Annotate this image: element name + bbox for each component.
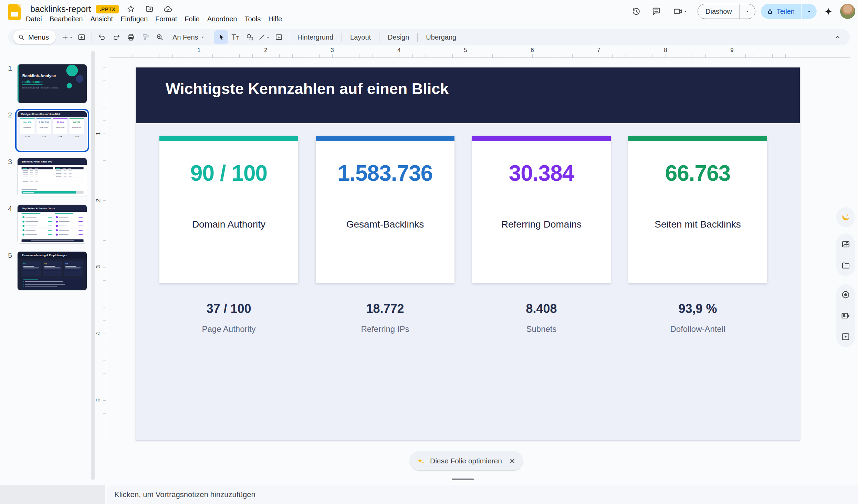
- ruler-label: 4: [394, 47, 404, 54]
- collapse-toolbar-button[interactable]: [830, 30, 845, 44]
- share-button[interactable]: Teilen: [761, 4, 801, 19]
- transition-button[interactable]: Übergang: [420, 30, 462, 44]
- kpi-card-domain-authority[interactable]: 90 / 100 Domain Authority: [159, 136, 298, 283]
- slideshow-options-button[interactable]: [740, 4, 755, 19]
- shape-tool-button[interactable]: [243, 30, 257, 44]
- secondary-metric-subnets[interactable]: 8.408 Subnets: [472, 302, 611, 334]
- redo-button[interactable]: [109, 30, 124, 44]
- pptx-badge: .PPTX: [96, 5, 119, 13]
- print-button[interactable]: [124, 30, 138, 44]
- kpi-value[interactable]: 30.384: [472, 160, 611, 186]
- slide-thumbnail-1[interactable]: Backlink-Analyse notion.com Erstellt am …: [17, 64, 87, 103]
- menus-search-button[interactable]: Menüs: [13, 30, 56, 44]
- paint-format-button[interactable]: [138, 30, 153, 44]
- menu-format[interactable]: Format: [151, 14, 181, 24]
- kpi-card-gesamt-backlinks[interactable]: 1.583.736 Gesamt-Backlinks: [316, 136, 454, 283]
- slide-thumbnail-3[interactable]: Backlink-Profil nach Typ: [17, 158, 87, 197]
- move-folder-button[interactable]: [143, 2, 156, 16]
- vertical-ruler: [103, 67, 106, 440]
- toolbar-divider: [417, 33, 418, 42]
- slide-number: 5: [5, 251, 15, 260]
- kpi-label[interactable]: Gesamt-Backlinks: [316, 219, 454, 230]
- record-icon: [841, 290, 850, 300]
- slide-thumbnail-5[interactable]: Zusammenfassung & Empfehlungen 01 02 03: [17, 251, 87, 291]
- slide-thumbnail-4[interactable]: Top-Seiten & Anchor-Texte: [17, 204, 87, 244]
- star-button[interactable]: [124, 2, 138, 16]
- zoom-fit-label: An Fens: [172, 33, 198, 41]
- select-tool-button[interactable]: [214, 30, 228, 44]
- logo-bar: [11, 12, 18, 17]
- kpi-card-referring-domains[interactable]: 30.384 Referring Domains: [472, 136, 611, 283]
- camera-recording-button[interactable]: [838, 308, 853, 323]
- slide-title[interactable]: Wichtigste Kennzahlen auf einen Blick: [166, 80, 449, 98]
- titlebar: backlinks-report .PPTX Datei Bearbeiten …: [0, 0, 858, 29]
- menu-tools[interactable]: Tools: [241, 14, 264, 24]
- slides-logo[interactable]: [8, 4, 21, 20]
- kpi-value[interactable]: 90 / 100: [159, 160, 298, 186]
- slide-canvas[interactable]: Wichtigste Kennzahlen auf einen Blick 90…: [136, 67, 800, 441]
- kpi-card-seiten-mit-backlinks[interactable]: 66.763 Seiten mit Backlinks: [628, 136, 767, 283]
- folder-button[interactable]: [838, 258, 853, 273]
- folder-move-icon: [145, 5, 154, 13]
- slide-title-bar[interactable]: Wichtigste Kennzahlen auf einen Blick: [136, 67, 800, 123]
- slide-thumbnail-2-selected[interactable]: Wichtigste Kennzahlen auf einen Blick 90…: [17, 111, 87, 150]
- speaker-notes[interactable]: Klicken, um Vortragsnotizen hinzuzufügen: [107, 485, 858, 504]
- close-icon[interactable]: [509, 458, 516, 464]
- avatar[interactable]: [840, 4, 855, 19]
- add-button[interactable]: [60, 30, 74, 44]
- slideshow-split-button: Diashow: [698, 4, 755, 19]
- menu-bearbeiten[interactable]: Bearbeiten: [46, 14, 87, 24]
- rail-group-record: [836, 284, 855, 347]
- thumb-title: Top-Seiten & Anchor-Texte: [22, 207, 55, 210]
- layout-button[interactable]: Layout: [345, 30, 376, 44]
- comments-button[interactable]: [649, 4, 663, 18]
- menu-ansicht[interactable]: Ansicht: [86, 14, 117, 24]
- menu-hilfe[interactable]: Hilfe: [264, 14, 286, 24]
- share-options-button[interactable]: [802, 4, 817, 19]
- secondary-value: 93,9 %: [628, 302, 767, 316]
- gemini-button[interactable]: [822, 4, 835, 18]
- menus-label: Menüs: [28, 33, 49, 41]
- menu-datei[interactable]: Datei: [22, 14, 46, 24]
- notes-drag-handle[interactable]: [452, 479, 474, 480]
- kpi-label[interactable]: Seiten mit Backlinks: [628, 219, 767, 230]
- notes-left-spacer: [0, 485, 105, 504]
- meet-button[interactable]: [669, 4, 692, 18]
- new-slide-button[interactable]: [74, 30, 89, 44]
- textbox-tool-button[interactable]: TT: [228, 30, 243, 44]
- kpi-label[interactable]: Referring Domains: [472, 219, 611, 230]
- image-search-button[interactable]: [838, 237, 853, 252]
- kpi-value[interactable]: 1.583.736: [316, 160, 454, 186]
- slideshow-button[interactable]: Diashow: [698, 4, 740, 19]
- zoom-fit-select[interactable]: An Fens: [167, 30, 208, 44]
- ruler-label: 1: [194, 47, 204, 54]
- image-generation-button[interactable]: [838, 210, 853, 225]
- slideshow-preview-button[interactable]: [838, 329, 853, 344]
- menu-folie[interactable]: Folie: [181, 14, 203, 24]
- insert-placeholder-button[interactable]: [272, 30, 286, 44]
- kpi-value[interactable]: 66.763: [628, 160, 767, 186]
- optimize-slide-chip[interactable]: Diese Folie optimieren: [410, 451, 523, 470]
- version-history-button[interactable]: [629, 4, 643, 18]
- secondary-metric-dofollow[interactable]: 93,9 % Dofollow-Anteil: [628, 302, 767, 334]
- background-button[interactable]: Hintergrund: [292, 30, 339, 44]
- thumb-meta: Erstellt am 29. April 2025 · Datenquelle…: [22, 87, 57, 89]
- secondary-metric-referring-ips[interactable]: 18.772 Referring IPs: [316, 302, 454, 334]
- line-tool-button[interactable]: [257, 30, 272, 44]
- thumb-title: Backlink-Profil nach Typ: [22, 160, 52, 163]
- cloud-status-button[interactable]: [161, 2, 175, 16]
- sparkle-icon: [824, 7, 833, 16]
- design-button[interactable]: Design: [382, 30, 415, 44]
- document-title[interactable]: backlinks-report: [30, 4, 91, 14]
- undo-button[interactable]: [95, 30, 109, 44]
- secondary-label: Page Authority: [159, 324, 298, 334]
- horizontal-ruler: [133, 54, 803, 57]
- menu-einfuegen[interactable]: Einfügen: [117, 14, 151, 24]
- zoom-button[interactable]: [153, 30, 167, 44]
- filmstrip-scrollbar[interactable]: [91, 51, 95, 480]
- kpi-label[interactable]: Domain Authority: [159, 219, 298, 230]
- decor-circle: [67, 83, 72, 88]
- secondary-metric-page-authority[interactable]: 37 / 100 Page Authority: [159, 302, 298, 334]
- record-button[interactable]: [838, 287, 853, 302]
- menu-anordnen[interactable]: Anordnen: [203, 14, 241, 24]
